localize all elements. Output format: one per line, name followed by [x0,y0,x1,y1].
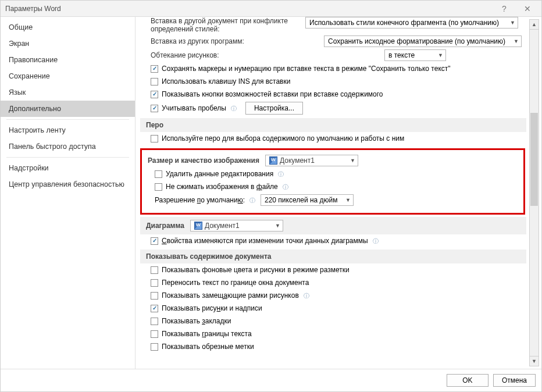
dropdown-insert-other[interactable]: Сохранить исходное форматирование (по ум… [324,35,522,47]
checkbox-keep-bullets[interactable] [151,65,158,73]
checkbox-crop-marks[interactable] [151,343,158,351]
row-chk-placeholder: Показывать замещающие рамки рисунков ⓘ [140,289,526,302]
sidebar-item-addins[interactable]: Надстройки [1,160,135,176]
highlighted-section: Размер и качество изображения Документ1 … [140,148,525,215]
row-chk-pictures: Показывать рисунки и надписи [140,302,526,315]
row-insert-other: Вставка из других программ: Сохранить ис… [140,34,526,48]
word-doc-icon [194,222,202,230]
dropdown-resolution[interactable]: 220 пикселей на дюйм ▼ [261,194,354,206]
chevron-down-icon: ▼ [438,52,443,58]
chevron-down-icon: ▼ [350,158,355,163]
sidebar-item-quick-access[interactable]: Панель быстрого доступа [1,138,135,155]
section-pen: Перо [140,118,526,132]
row-chk-pen: Используйте перо для выбора содержимого … [140,132,526,145]
scroll-up-arrow[interactable]: ▲ [530,20,539,30]
scroll-area: Вставка в другой документ при конфликте … [140,17,526,369]
label-wrap-window: Переносить текст по границе окна докумен… [162,279,309,287]
settings-button[interactable]: Настройка... [245,102,303,115]
sidebar-item-advanced[interactable]: Дополнительно [1,101,135,117]
row-chk-bookmarks: Показывать закладки [140,315,526,327]
section-image-quality-label: Размер и качество изображения [148,156,259,165]
dropdown-value: в тексте [388,51,434,59]
titlebar: Параметры Word ? ✕ [1,1,541,17]
help-button[interactable]: ? [493,4,516,13]
section-chart: Диаграмма Документ1 ▼ [140,217,526,234]
cancel-button[interactable]: Отмена [493,374,536,387]
label-paste-buttons: Показывать кнопки возможностей вставки п… [162,90,383,98]
dropdown-wrap[interactable]: в тексте ▼ [384,49,446,61]
chevron-down-icon: ▼ [510,20,515,26]
sidebar-item-language[interactable]: Язык [1,84,135,101]
checkbox-no-compress[interactable] [155,183,162,191]
row-chk-text-borders: Показывать границы текста [140,327,526,340]
info-icon: ⓘ [373,237,380,245]
row-chk-bg: Показывать фоновые цвета и рисунки в реж… [140,263,526,276]
checkbox-ins-key[interactable] [151,78,158,85]
sidebar-item-display[interactable]: Экран [1,35,135,52]
row-chk-paste-buttons: Показывать кнопки возможностей вставки п… [140,88,526,101]
dropdown-insert-conflict[interactable]: Использовать стили конечного фрагмента (… [305,17,518,28]
label-default-resolution: Разрешение по умолчанию: [155,196,245,204]
row-default-resolution: Разрешение по умолчанию: ⓘ 220 пикселей … [144,193,521,207]
label-insert-conflict: Вставка в другой документ при конфликте … [151,17,302,33]
checkbox-show-pictures[interactable] [151,305,158,312]
label-show-bookmarks: Показывать закладки [162,317,231,325]
sidebar-separator [6,157,129,158]
dropdown-value: Документ1 [205,222,272,230]
row-chk-no-compress: Не сжимать изображения в файле ⓘ [144,180,521,193]
window-title: Параметры Word [5,5,493,13]
label-ins-key: Использовать клавишу INS для вставки [162,77,290,85]
row-wrap: Обтекание рисунков: в тексте ▼ [140,48,526,62]
checkbox-wrap-window[interactable] [151,279,158,287]
row-chk-bullets: Сохранять маркеры и нумерацию при вставк… [140,62,526,75]
label-crop-marks: Показывать обрезные метки [162,343,254,351]
section-chart-label: Диаграмма [146,222,184,230]
info-icon: ⓘ [249,197,257,204]
dropdown-image-doc[interactable]: Документ1 ▼ [265,155,358,166]
checkbox-paste-buttons[interactable] [151,91,158,98]
sidebar-item-general[interactable]: Общие [1,19,135,35]
close-button[interactable]: ✕ [516,4,539,13]
sidebar-separator [6,119,129,120]
dropdown-chart-doc[interactable]: Документ1 ▼ [190,220,283,231]
sidebar-item-trust-center[interactable]: Центр управления безопасностью [1,176,135,193]
label-keep-bullets: Сохранять маркеры и нумерацию при вставк… [162,65,451,73]
info-icon: ⓘ [304,292,311,300]
section-show-content: Показывать содержимое документа [140,250,526,263]
chevron-down-icon: ▼ [514,38,519,44]
label-no-compress: Не сжимать изображения в файле [166,183,278,191]
checkbox-placeholder-frames[interactable] [151,292,158,300]
dialog-footer: OK Отмена [1,369,541,391]
ok-button[interactable]: OK [447,374,488,387]
label-chart-props: Свойства изменяются при изменении точки … [162,237,368,245]
sidebar-item-customize-ribbon[interactable]: Настроить ленту [1,122,135,138]
label-text-borders: Показывать границы текста [162,330,252,338]
chevron-down-icon: ▼ [345,197,351,203]
checkbox-chart-props[interactable] [151,237,158,245]
label-insert-other: Вставка из других программ: [151,37,302,45]
checkbox-use-pen[interactable] [151,135,158,142]
sidebar: Общие Экран Правописание Сохранение Язык… [1,17,136,369]
content-pane: Вставка в другой документ при конфликте … [136,17,541,369]
label-wrap: Обтекание рисунков: [151,51,302,59]
vertical-scrollbar[interactable]: ▲ ▼ [529,19,539,366]
scroll-thumb[interactable] [530,113,538,206]
row-insert-conflict: Вставка в другой документ при конфликте … [140,17,526,34]
section-image-quality: Размер и качество изображения Документ1 … [144,154,521,168]
info-icon: ⓘ [278,170,286,178]
row-chk-crop-marks: Показывать обрезные метки [140,340,526,353]
dialog-body: Общие Экран Правописание Сохранение Язык… [1,17,541,369]
checkbox-show-bg[interactable] [151,266,158,274]
label-spaces: Учитывать пробелы [162,104,226,112]
sidebar-item-proofing[interactable]: Правописание [1,52,135,68]
sidebar-item-save[interactable]: Сохранение [1,68,135,84]
row-chk-delete-edit: Удалить данные редактирования ⓘ [144,168,521,180]
checkbox-spaces[interactable] [151,105,158,112]
checkbox-show-bookmarks[interactable] [151,318,158,325]
scroll-down-arrow[interactable]: ▼ [530,356,539,366]
label-show-bg: Показывать фоновые цвета и рисунки в реж… [162,266,350,274]
checkbox-text-borders[interactable] [151,330,158,338]
dropdown-value: Сохранить исходное форматирование (по ум… [328,37,510,45]
checkbox-delete-edit-data[interactable] [155,170,162,178]
row-chk-chart-props: Свойства изменяются при изменении точки … [140,234,526,247]
